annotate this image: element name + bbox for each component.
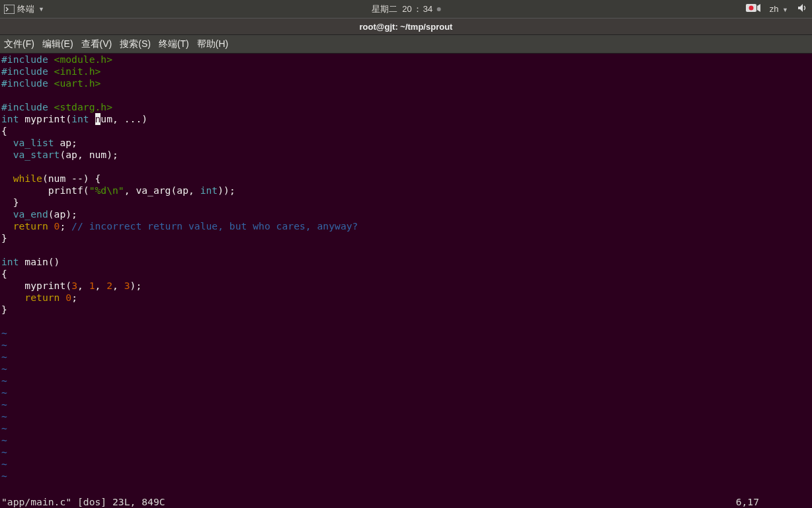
vim-tilde: ~ — [1, 387, 7, 398]
svg-rect-0 — [4, 5, 15, 14]
code-token: <init.h> — [48, 65, 101, 77]
code-token: int — [1, 113, 19, 124]
code-token: 3 — [71, 280, 77, 291]
clock-min: 34 — [423, 4, 432, 14]
menu-terminal[interactable]: 终端(T) — [159, 38, 189, 50]
clock-colon: ： — [413, 3, 422, 15]
code-token: #include — [1, 77, 48, 89]
editor-viewport[interactable]: #include <module.h> #include <init.h> #i… — [0, 54, 812, 495]
screen-record-icon[interactable] — [746, 3, 760, 15]
code-token: int — [71, 113, 89, 124]
code-token: ); — [130, 280, 142, 291]
code-comment: // incorrect return value, but who cares… — [65, 220, 358, 232]
code-token: { — [1, 268, 7, 279]
app-menu-arrow-icon[interactable]: ▼ — [38, 6, 44, 13]
system-topbar: 终端 ▼ 星期二 20 ： 34 zh ▼ — [0, 0, 812, 18]
status-cursor-pos: 6,17 — [736, 496, 812, 507]
window-titlebar[interactable]: root@gjt: ~/tmp/sprout — [0, 18, 812, 35]
menu-edit[interactable]: 编辑(E) — [42, 38, 73, 50]
code-token: #include — [1, 101, 48, 112]
vim-tilde: ~ — [1, 363, 7, 374]
code-token: main() — [19, 256, 60, 267]
menu-view[interactable]: 查看(V) — [81, 38, 112, 50]
code-token: 3 — [124, 280, 130, 291]
code-token: 0 — [65, 292, 71, 303]
volume-icon[interactable] — [797, 3, 807, 15]
code-token: ap; — [54, 137, 77, 148]
clock[interactable]: 星期二 20 ： 34 — [372, 3, 441, 15]
code-token: <uart.h> — [48, 77, 101, 89]
clock-dot-icon — [436, 7, 440, 11]
menu-file[interactable]: 文件(F) — [4, 38, 34, 50]
menu-help[interactable]: 帮助(H) — [197, 38, 228, 50]
code-token — [60, 292, 65, 303]
code-token: 1 — [89, 280, 95, 291]
weekday: 星期二 — [372, 3, 397, 15]
svg-point-2 — [749, 6, 753, 11]
code-token: printf( — [1, 185, 89, 196]
code-token: (ap, num); — [60, 149, 118, 160]
status-file-info: "app/main.c" [dos] 23L, 849C — [1, 496, 165, 507]
code-token: , va_arg(ap, — [124, 185, 200, 196]
vim-tilde: ~ — [1, 375, 7, 386]
vim-tilde: ~ — [1, 351, 7, 362]
vim-tilde: ~ — [1, 446, 7, 458]
code-token: , — [112, 280, 124, 291]
code-token: #include — [1, 65, 48, 77]
code-token: (num --) { — [42, 173, 101, 184]
code-token: } — [1, 304, 7, 315]
code-token: while — [1, 173, 42, 184]
code-token: 2 — [106, 280, 112, 291]
code-token: } — [1, 196, 19, 208]
code-token: #include — [1, 54, 48, 65]
code-token: va_list — [1, 137, 54, 148]
menubar: 文件(F) 编辑(E) 查看(V) 搜索(S) 终端(T) 帮助(H) — [0, 35, 812, 54]
code-token: ; — [71, 292, 77, 303]
vim-tilde: ~ — [1, 423, 7, 434]
app-label[interactable]: 终端 — [17, 3, 34, 15]
vim-tilde: ~ — [1, 470, 7, 482]
vim-tilde: ~ — [1, 458, 7, 470]
code-token: { — [1, 125, 7, 136]
ime-indicator[interactable]: zh ▼ — [770, 4, 788, 14]
menu-search[interactable]: 搜索(S) — [120, 38, 151, 50]
code-token: "%d\n" — [89, 185, 124, 196]
code-token: ; — [60, 220, 65, 232]
code-token: va_end — [1, 208, 48, 220]
terminal-icon — [4, 5, 15, 14]
vim-statusbar: "app/main.c" [dos] 23L, 849C 6,17 — [0, 495, 812, 508]
window-title: root@gjt: ~/tmp/sprout — [360, 22, 453, 32]
code-token: )); — [218, 185, 235, 196]
ime-arrow-icon: ▼ — [782, 7, 788, 13]
code-token — [89, 113, 95, 124]
code-token: um, ...) — [101, 113, 147, 124]
code-token: myprint( — [1, 280, 71, 291]
code-token: va_start — [1, 149, 60, 160]
code-token: (ap); — [48, 208, 77, 220]
code-token: return — [1, 292, 60, 303]
vim-tilde: ~ — [1, 399, 7, 410]
code-token: int — [1, 256, 19, 267]
vim-tilde: ~ — [1, 327, 7, 339]
code-token: return — [1, 220, 48, 232]
code-token — [48, 220, 54, 232]
code-token: <module.h> — [48, 54, 112, 65]
vim-tilde: ~ — [1, 411, 7, 422]
code-token: } — [1, 232, 7, 243]
code-token: , — [95, 280, 107, 291]
clock-hour: 20 — [402, 4, 411, 14]
code-token: myprint( — [19, 113, 72, 124]
vim-tilde: ~ — [1, 339, 7, 351]
vim-tilde: ~ — [1, 435, 7, 446]
code-token: , — [77, 280, 89, 291]
code-token: <stdarg.h> — [48, 101, 112, 112]
code-token: int — [200, 185, 218, 196]
